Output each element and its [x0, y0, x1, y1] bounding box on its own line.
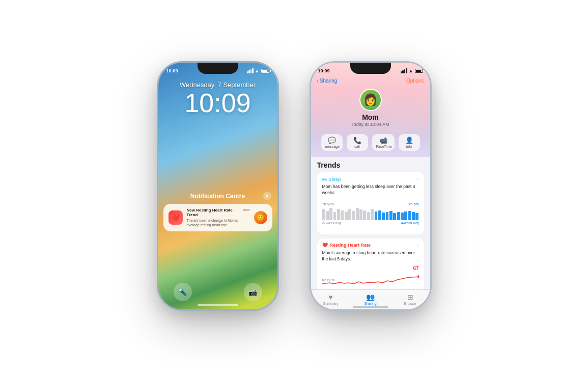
heart-rate-description: Mom's average resting heart rate increas…	[322, 250, 419, 262]
wifi-icon: ▲	[255, 68, 260, 73]
sleep-chart: 7h 52m 7h 6m	[322, 202, 419, 230]
browse-label: Browse	[390, 302, 430, 305]
lock-bottom-controls: 🔦 📷	[158, 283, 277, 301]
sleep-chart-footer: 22-week avg 4-week avg	[322, 221, 419, 225]
sleep-card[interactable]: 🛏 Sleep › Mom has been getting less slee…	[317, 172, 424, 234]
tab-sharing[interactable]: 👥 Sharing	[351, 293, 390, 305]
profile-section: 👩 Mom Today at 10:04 AM	[311, 87, 430, 131]
sleep-footer-left: 22-week avg	[322, 221, 341, 225]
scene: 10:09 ▲ Wednesday, 7 September 10:09	[147, 51, 442, 321]
camera-icon: 📷	[248, 288, 257, 296]
avatar: 👩	[359, 89, 382, 111]
camera-button[interactable]: 📷	[244, 283, 262, 301]
health-header: 10:09 ▲	[311, 63, 430, 157]
sleep-left-value: 7h 52m	[322, 202, 334, 206]
notification-app-icon: ❤️	[169, 210, 183, 225]
summary-icon: ♥	[311, 293, 351, 301]
notification-close-button[interactable]: ✕	[263, 192, 271, 200]
heart-rate-chevron-icon: ›	[417, 243, 418, 248]
heart-rate-chart: 62 BPM 67	[322, 265, 419, 291]
options-button[interactable]: Options	[406, 78, 424, 84]
heart-icon: ❤️	[322, 243, 328, 248]
lock-time: 10:09	[158, 90, 277, 116]
lock-date: Wednesday, 7 September	[158, 81, 277, 89]
avatar-emoji: 👩	[363, 93, 377, 107]
battery-icon-right	[415, 69, 423, 73]
profile-time: Today at 10:04 AM	[311, 122, 430, 127]
home-indicator-left	[198, 304, 238, 306]
browse-icon: ⊞	[390, 293, 430, 301]
notch-left	[198, 63, 238, 74]
back-label: Sharing	[320, 78, 337, 84]
signal-icon-right	[401, 68, 407, 73]
facetime-button[interactable]: 📹 FaceTime	[372, 134, 395, 151]
heart-rate-title: ❤️ Resting Heart Rate	[322, 243, 371, 248]
health-nav: ‹ Sharing Options	[311, 77, 430, 87]
notification-card[interactable]: ❤️ New Resting Heart Rate Trend There's …	[163, 204, 272, 231]
notification-time: now	[243, 208, 250, 211]
notification-content: New Resting Heart Rate Trend There's bee…	[187, 208, 239, 227]
sleep-description: Mom has been getting less sleep over the…	[322, 184, 419, 196]
left-phone: 10:09 ▲ Wednesday, 7 September 10:09	[157, 61, 279, 311]
svg-point-0	[417, 275, 419, 278]
message-label: message	[325, 145, 339, 148]
sleep-footer-right: 4-week avg	[401, 221, 419, 225]
notification-avatar: 😊	[254, 211, 267, 224]
trends-title: Trends	[317, 161, 424, 169]
info-label: info	[403, 145, 416, 148]
call-button[interactable]: 📞 call	[347, 134, 368, 151]
notch-right	[350, 63, 391, 74]
profile-name: Mom	[311, 113, 430, 121]
notification-body: There's been a change in Mom's average r…	[187, 218, 239, 227]
back-button[interactable]: ‹ Sharing	[317, 78, 338, 84]
tab-browse[interactable]: ⊞ Browse	[390, 293, 430, 305]
facetime-icon: 📹	[376, 137, 390, 144]
sleep-chevron-icon: ›	[417, 176, 418, 182]
message-icon: 💬	[325, 137, 339, 144]
lockscreen-background: 10:09 ▲ Wednesday, 7 September 10:09	[158, 63, 277, 309]
action-buttons: 💬 message 📞 call 📹 FaceTime 👤 info	[311, 131, 430, 151]
wifi-icon-right: ▲	[409, 68, 413, 73]
call-icon: 📞	[351, 137, 364, 144]
home-indicator-right	[353, 306, 388, 308]
info-icon: 👤	[403, 137, 416, 144]
status-time-right: 10:09	[318, 68, 330, 73]
health-content: Trends 🛏 Sleep › Mom has been getting le…	[311, 157, 430, 299]
right-phone: 10:09 ▲	[310, 61, 432, 311]
notification-center-label: Notification Centre ✕	[158, 193, 277, 200]
facetime-label: FaceTime	[376, 145, 390, 148]
status-time-left: 10:09	[166, 68, 178, 73]
heart-rate-left-value: 62 BPM	[322, 278, 335, 282]
status-icons-left: ▲	[247, 68, 269, 73]
summary-label: Summary	[311, 302, 351, 305]
trends-section: Trends 🛏 Sleep › Mom has been getting le…	[311, 157, 430, 295]
message-button[interactable]: 💬 message	[321, 134, 343, 151]
heart-rate-line-chart	[322, 270, 419, 290]
heart-rate-card-header: ❤️ Resting Heart Rate ›	[322, 243, 419, 248]
flashlight-icon: 🔦	[178, 288, 187, 296]
sleep-title: 🛏 Sleep	[322, 177, 341, 182]
sleep-bars	[322, 202, 419, 220]
heart-rate-card[interactable]: ❤️ Resting Heart Rate › Mom's average re…	[317, 238, 424, 295]
sleep-card-header: 🛏 Sleep ›	[322, 176, 419, 182]
info-button[interactable]: 👤 info	[399, 134, 420, 151]
flashlight-button[interactable]: 🔦	[174, 283, 192, 301]
signal-icon	[247, 68, 254, 73]
sleep-icon: 🛏	[322, 177, 327, 182]
sharing-icon: 👥	[351, 293, 390, 301]
heart-rate-right-value: 67	[413, 265, 418, 271]
notification-title: New Resting Heart Rate Trend	[187, 208, 239, 217]
status-icons-right: ▲	[401, 68, 423, 73]
call-label: call	[351, 145, 364, 148]
health-screen: 10:09 ▲	[311, 63, 430, 309]
sharing-label: Sharing	[351, 302, 390, 305]
battery-icon	[261, 69, 269, 73]
sleep-label: Sleep	[329, 177, 341, 182]
tab-summary[interactable]: ♥ Summary	[311, 293, 351, 305]
sleep-right-value: 7h 6m	[408, 202, 418, 206]
chevron-left-icon: ‹	[317, 78, 319, 84]
heart-rate-label: Resting Heart Rate	[330, 243, 371, 248]
